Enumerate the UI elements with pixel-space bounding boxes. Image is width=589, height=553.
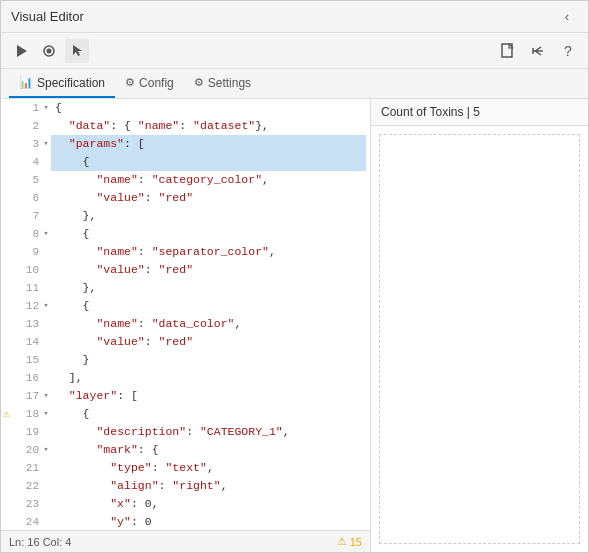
- tabs-bar: 📊 Specification ⚙ Config ⚙ Settings: [1, 69, 588, 99]
- visual-editor-window: Visual Editor ‹: [0, 0, 589, 553]
- line-code-content: "data": { "name": "dataset"},: [51, 117, 366, 135]
- fold-arrow[interactable]: ▾: [41, 405, 51, 423]
- line-code-content: ],: [51, 369, 366, 387]
- code-line: 23 "x": 0,: [1, 495, 370, 513]
- tab-specification[interactable]: 📊 Specification: [9, 69, 115, 98]
- line-number: 9: [19, 243, 39, 261]
- line-code-content: "name": "separator_color",: [51, 243, 366, 261]
- code-line: 21 "type": "text",: [1, 459, 370, 477]
- line-number: 18: [19, 405, 39, 423]
- new-file-button[interactable]: [496, 39, 520, 63]
- line-code-content: "value": "red": [51, 261, 366, 279]
- code-line: 19 "description": "CATEGORY_1",: [1, 423, 370, 441]
- play-icon: [14, 44, 28, 58]
- line-gutter: 17▾: [1, 387, 51, 405]
- share-button[interactable]: [526, 39, 550, 63]
- line-gutter: 21: [1, 459, 51, 477]
- line-gutter: 3▾: [1, 135, 51, 153]
- code-line: 13 "name": "data_color",: [1, 315, 370, 333]
- line-gutter: 19: [1, 423, 51, 441]
- line-code-content: },: [51, 279, 366, 297]
- help-icon: ?: [564, 43, 572, 59]
- line-code-content: "align": "right",: [51, 477, 366, 495]
- tab-config[interactable]: ⚙ Config: [115, 69, 184, 98]
- line-code-content: "value": "red": [51, 333, 366, 351]
- line-number: 6: [19, 189, 39, 207]
- code-line: 15 }: [1, 351, 370, 369]
- line-number: 1: [19, 99, 39, 117]
- cursor-button[interactable]: [65, 39, 89, 63]
- line-code-content: "mark": {: [51, 441, 366, 459]
- line-number: 20: [19, 441, 39, 459]
- code-line: 4 {: [1, 153, 370, 171]
- line-number: 16: [19, 369, 39, 387]
- warning-number: 15: [350, 536, 362, 548]
- line-code-content: "y": 0: [51, 513, 366, 530]
- line-gutter: 4: [1, 153, 51, 171]
- tab-settings[interactable]: ⚙ Settings: [184, 69, 261, 98]
- code-line: 20▾ "mark": {: [1, 441, 370, 459]
- warning-count: ⚠ 15: [337, 535, 362, 548]
- line-gutter: 8▾: [1, 225, 51, 243]
- fold-arrow[interactable]: ▾: [41, 387, 51, 405]
- fold-arrow[interactable]: ▾: [41, 225, 51, 243]
- code-line: 7 },: [1, 207, 370, 225]
- record-icon: [42, 44, 56, 58]
- line-number: 10: [19, 261, 39, 279]
- line-gutter: 6: [1, 189, 51, 207]
- settings-tab-icon: ⚙: [194, 76, 204, 89]
- line-number: 19: [19, 423, 39, 441]
- line-code-content: {: [51, 99, 366, 117]
- preview-title: Count of Toxins | 5: [371, 99, 588, 126]
- config-tab-icon: ⚙: [125, 76, 135, 89]
- code-line: 10 "value": "red": [1, 261, 370, 279]
- line-gutter: 10: [1, 261, 51, 279]
- line-number: 17: [19, 387, 39, 405]
- fold-arrow[interactable]: ▾: [41, 99, 51, 117]
- file-icon: [501, 43, 515, 59]
- code-line: 22 "align": "right",: [1, 477, 370, 495]
- toolbar: ?: [1, 33, 588, 69]
- collapse-button[interactable]: ‹: [556, 6, 578, 28]
- line-gutter: 9: [1, 243, 51, 261]
- line-gutter: 23: [1, 495, 51, 513]
- fold-arrow[interactable]: ▾: [41, 135, 51, 153]
- record-button[interactable]: [37, 39, 61, 63]
- code-editor[interactable]: 1▾{2 "data": { "name": "dataset"},3▾ "pa…: [1, 99, 370, 530]
- code-line: 16 ],: [1, 369, 370, 387]
- line-gutter: 2: [1, 117, 51, 135]
- title-bar: Visual Editor ‹: [1, 1, 588, 33]
- line-number: 22: [19, 477, 39, 495]
- code-line: 5 "name": "category_color",: [1, 171, 370, 189]
- code-line: 9 "name": "separator_color",: [1, 243, 370, 261]
- line-gutter: 1▾: [1, 99, 51, 117]
- window-title: Visual Editor: [11, 9, 84, 24]
- line-gutter: 12▾: [1, 297, 51, 315]
- fold-arrow[interactable]: ▾: [41, 297, 51, 315]
- toolbar-right: ?: [496, 39, 580, 63]
- editor-panel: 1▾{2 "data": { "name": "dataset"},3▾ "pa…: [1, 99, 371, 552]
- line-number: 5: [19, 171, 39, 189]
- line-gutter: 14: [1, 333, 51, 351]
- line-gutter: ⚠18▾: [1, 405, 51, 423]
- code-line: 24 "y": 0: [1, 513, 370, 530]
- line-code-content: "value": "red": [51, 189, 366, 207]
- play-button[interactable]: [9, 39, 33, 63]
- preview-panel: Count of Toxins | 5: [371, 99, 588, 552]
- line-number: 24: [19, 513, 39, 530]
- line-code-content: "layer": [: [51, 387, 366, 405]
- line-gutter: 7: [1, 207, 51, 225]
- main-content: 1▾{2 "data": { "name": "dataset"},3▾ "pa…: [1, 99, 588, 552]
- fold-arrow[interactable]: ▾: [41, 441, 51, 459]
- line-code-content: "name": "category_color",: [51, 171, 366, 189]
- line-code-content: {: [51, 153, 366, 171]
- line-number: 13: [19, 315, 39, 333]
- line-number: 15: [19, 351, 39, 369]
- line-code-content: }: [51, 351, 366, 369]
- line-gutter: 16: [1, 369, 51, 387]
- spec-tab-label: Specification: [37, 76, 105, 90]
- line-number: 4: [19, 153, 39, 171]
- help-button[interactable]: ?: [556, 39, 580, 63]
- line-gutter: 24: [1, 513, 51, 530]
- line-gutter: 20▾: [1, 441, 51, 459]
